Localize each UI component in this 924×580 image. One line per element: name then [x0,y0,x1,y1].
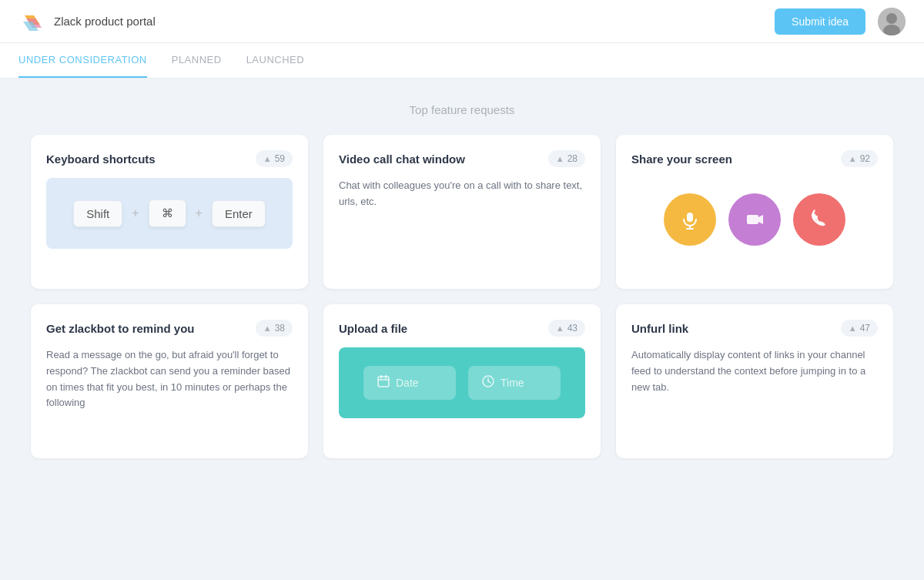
app-title: Zlack product portal [54,15,156,28]
vote-icon: ▲ [849,154,857,163]
vote-icon: ▲ [263,154,272,163]
card-header: Get zlackbot to remind you ▲ 38 [46,320,293,337]
main-content: Top feature requests Keyboard shortcuts … [0,79,924,483]
card-title: Share your screen [631,153,732,166]
card-body: Automatically display content of links i… [631,347,878,395]
key-separator-2: + [196,206,203,220]
tab-under-consideration[interactable]: UNDER CONSIDERATION [18,43,147,78]
tab-planned[interactable]: PLANNED [172,43,222,78]
vote-count: 92 [860,153,870,164]
vote-count: 43 [567,323,578,334]
time-placeholder: Time [500,377,524,389]
card-body: Read a message on the go, but afraid you… [46,347,293,411]
card-body: Chat with colleagues you're on a call wi… [339,178,585,210]
svg-rect-6 [747,215,758,224]
key-shift: Shift [73,200,122,227]
svg-line-14 [488,381,490,383]
card-header: Share your screen ▲ 92 [631,150,878,167]
date-placeholder: Date [396,377,419,389]
card-upload-file: Upload a file ▲ 43 Da [323,304,601,458]
nav-tabs: UNDER CONSIDERATION PLANNED LAUNCHED [0,43,924,79]
zlack-logo [18,8,46,35]
card-title: Unfurl link [631,322,688,335]
key-separator: + [132,206,139,220]
user-avatar[interactable] [878,8,906,35]
date-field[interactable]: Date [363,366,456,400]
phone-circle [793,193,845,246]
logo-area: Zlack product portal [18,8,156,35]
cards-grid: Keyboard shortcuts ▲ 59 Shift + ⌘ + Ente… [31,135,893,458]
app-header: Zlack product portal Submit idea [0,0,924,43]
submit-idea-button[interactable]: Submit idea [775,8,865,35]
svg-marker-7 [758,215,763,224]
card-header: Upload a file ▲ 43 [339,320,585,337]
vote-badge[interactable]: ▲ 43 [548,320,585,337]
mic-circle [664,193,716,246]
calendar-icon [377,375,390,391]
svg-rect-8 [378,377,389,387]
svg-rect-3 [687,213,693,222]
card-zlackbot-remind: Get zlackbot to remind you ▲ 38 Read a m… [31,304,308,458]
card-header: Unfurl link ▲ 47 [631,320,878,337]
clock-icon [482,375,494,391]
card-title: Keyboard shortcuts [46,153,156,166]
card-share-screen: Share your screen ▲ 92 [616,135,893,289]
tab-launched[interactable]: LAUNCHED [246,43,305,78]
vote-icon: ▲ [849,324,857,333]
card-header: Keyboard shortcuts ▲ 59 [46,150,293,167]
header-right: Submit idea [775,8,906,35]
screen-circles [631,178,878,261]
vote-icon: ▲ [263,324,272,333]
vote-badge[interactable]: ▲ 59 [256,150,293,167]
key-cmd: ⌘ [149,199,186,227]
video-circle [728,193,781,246]
section-title: Top feature requests [31,103,893,116]
vote-count: 59 [275,153,285,164]
svg-point-1 [886,13,897,24]
vote-count: 28 [567,153,578,164]
vote-badge[interactable]: ▲ 38 [256,320,293,337]
card-keyboard-shortcuts: Keyboard shortcuts ▲ 59 Shift + ⌘ + Ente… [31,135,308,289]
card-title: Get zlackbot to remind you [46,322,195,335]
card-header: Video call chat window ▲ 28 [339,150,585,167]
time-field[interactable]: Time [468,366,561,400]
vote-badge[interactable]: ▲ 28 [548,150,585,167]
keyboard-illustration: Shift + ⌘ + Enter [46,178,293,249]
vote-badge[interactable]: ▲ 92 [841,150,878,167]
vote-icon: ▲ [556,154,564,163]
card-title: Video call chat window [339,153,465,166]
card-title: Upload a file [339,322,407,335]
vote-badge[interactable]: ▲ 47 [841,320,878,337]
upload-illustration: Date Time [339,347,585,418]
vote-count: 38 [275,323,285,334]
vote-icon: ▲ [556,324,564,333]
card-video-call: Video call chat window ▲ 28 Chat with co… [323,135,601,289]
key-enter: Enter [212,200,266,227]
vote-count: 47 [860,323,870,334]
card-unfurl-link: Unfurl link ▲ 47 Automatically display c… [616,304,893,458]
